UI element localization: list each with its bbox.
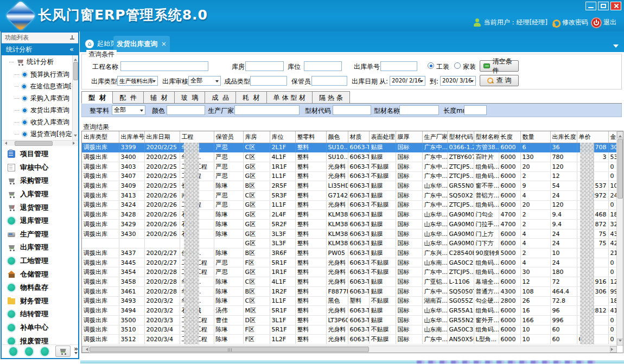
sidebar-menu-item[interactable]: 补单中心 <box>2 321 78 335</box>
tree-item[interactable]: 退货查询[待定] <box>2 128 78 140</box>
tree-root-node[interactable]: 统计分析 <box>2 55 78 68</box>
material-tab[interactable]: 辅 材 <box>144 91 175 104</box>
scroll-left-icon[interactable] <box>3 142 7 145</box>
table-row[interactable]: 调拨出库34002020/2/25华 原...严思C区4L1F整料SU10...… <box>82 152 617 162</box>
scroll-up-icon[interactable] <box>74 57 77 61</box>
sidebar-menu-item[interactable]: 物料盘存 <box>2 281 78 295</box>
tree-item[interactable]: 发货出库查询 <box>2 104 78 116</box>
column-header[interactable]: 保管员 <box>214 131 243 143</box>
search-button[interactable]: 查 询 <box>480 75 519 86</box>
tree-item[interactable]: 采购入库查询 <box>2 92 78 104</box>
table-row[interactable]: 调拨出库34302020/2/26石 城陈琳G区3L3F整料KLM3817606… <box>82 229 617 239</box>
column-header[interactable]: 颜色 <box>326 131 348 143</box>
column-header[interactable]: 型材代码 <box>447 131 474 143</box>
table-row[interactable]: 调拨出库35002020/3/3工 共工程曹佳D区3L1F整料LT3P60606… <box>82 315 617 325</box>
profile-code-input[interactable] <box>333 105 371 115</box>
table-row[interactable]: 调拨出库35102020/3/4工 共工程陈琳F区5R1F整料光身料6063-T… <box>82 325 617 335</box>
length-input[interactable] <box>464 105 487 115</box>
tab-shipment-query[interactable]: 发货出库查询 × <box>113 36 170 52</box>
sidebar-menu-item[interactable]: 财务管理 <box>2 295 78 308</box>
maximize-icon[interactable] <box>598 2 609 10</box>
table-row[interactable]: 调拨出库34452020/2/27工 共工程严思F区5R1F整料光身料6063-… <box>82 258 617 267</box>
radio-jiazhuang[interactable] <box>454 62 461 69</box>
sidebar-menu-item[interactable]: 采购管理 <box>2 174 78 188</box>
material-tab[interactable]: 配 件 <box>113 91 144 104</box>
sidebar-menu-item[interactable]: 工地管理 <box>2 254 78 268</box>
tab-close-icon[interactable]: × <box>161 40 167 48</box>
scrollbar-thumb[interactable] <box>73 62 78 80</box>
table-row[interactable]: 调拨出库35122020/3/4工 共工程陈琳F区1L2F整料光身料6063-T… <box>82 335 617 344</box>
table-row[interactable]: 调拨出库34072020/2/25工 工程严思G区1L1F整料光身料6063-T… <box>82 171 617 181</box>
table-row[interactable]: 调拨出库34932020/3/2华 原...陈琳C区1L1F整料黑色塑料不贴膜国… <box>82 296 617 306</box>
radio-jiazhuang-label[interactable]: 家装 <box>463 62 476 72</box>
scroll-left-icon[interactable] <box>82 346 89 353</box>
column-header[interactable]: 金 <box>608 131 617 143</box>
profile-name-input[interactable] <box>399 105 439 115</box>
outbound-type-select[interactable]: 生产领料出库 <box>117 76 158 86</box>
project-name-input[interactable] <box>120 61 208 71</box>
scrollbar-thumb[interactable] <box>15 141 53 146</box>
sidebar-menu-item[interactable]: 生产管理 <box>2 228 78 241</box>
tab-home[interactable]: ⌂ 起始页 <box>85 39 117 48</box>
sidebar-menu-item[interactable]: 审核中心 <box>2 161 78 175</box>
column-header[interactable]: 表面处理 <box>369 131 396 143</box>
column-header[interactable]: 材质 <box>348 131 369 143</box>
color-input[interactable] <box>167 105 205 115</box>
tree-item[interactable]: 在途信息查询[待 <box>2 80 78 92</box>
tree-item[interactable]: 收货入库查询 <box>2 116 78 128</box>
column-header[interactable]: 出库类型 <box>82 131 119 143</box>
module-cart-button[interactable] <box>55 346 71 357</box>
minimize-icon[interactable] <box>585 2 596 10</box>
column-header[interactable]: 数量 <box>520 131 550 143</box>
sidebar-menu-item[interactable]: 项目管理 <box>2 148 78 161</box>
grid-vertical-scrollbar[interactable] <box>616 131 623 346</box>
column-header[interactable]: 出库长度 <box>550 131 577 143</box>
collapse-icon[interactable]: « <box>69 43 74 55</box>
column-header[interactable]: 库房 <box>243 131 270 143</box>
scroll-right-icon[interactable] <box>610 346 617 353</box>
table-row[interactable]: 调拨出库34132020/2/26南 ...严思C区5R3F整料G7142260… <box>82 190 617 200</box>
date-to-select[interactable]: 2020/ 3/16 <box>440 76 476 86</box>
warehouse-input[interactable] <box>245 61 284 71</box>
batch-select[interactable]: 全部 <box>112 105 145 115</box>
table-row[interactable]: 调拨出库34372020/2/27佛 料...陈琳B区3R6F整料PW05606… <box>82 248 617 258</box>
more-modules-button[interactable]: » <box>74 347 78 356</box>
radio-gongzhuang[interactable] <box>428 62 434 69</box>
module-dot-icon[interactable] <box>41 347 49 356</box>
audit-select[interactable]: 全部 <box>188 76 221 86</box>
scroll-right-icon[interactable] <box>73 142 77 145</box>
table-row[interactable]: 调拨出库34582020/2/28华 原...陈琳C区4L1F整料光身料6063… <box>82 277 617 287</box>
tree-vertical-scrollbar[interactable] <box>72 55 78 140</box>
column-header[interactable]: 库位 <box>270 131 295 143</box>
logout-button[interactable]: 退出 <box>592 18 616 27</box>
sidebar-section-header[interactable]: 统计分析 « <box>2 43 78 55</box>
table-row[interactable]: 调拨出库34282020/2/26石 城陈琳G区2L4F整料KLM3817606… <box>82 210 617 220</box>
location-input[interactable] <box>304 61 342 71</box>
date-from-select[interactable]: 2020/ 2/16 <box>390 76 425 86</box>
tree-horizontal-scrollbar[interactable] <box>2 140 78 146</box>
column-header[interactable]: 长度 <box>499 131 520 143</box>
material-tab[interactable]: 隔 热 条 <box>313 91 350 104</box>
table-row[interactable]: 调拨出库34542020/2/28工 共工程严思G区1R1F整料光身料6063-… <box>82 267 617 277</box>
grid-horizontal-scrollbar[interactable] <box>82 346 617 353</box>
scroll-down-icon[interactable] <box>617 339 623 346</box>
order-no-input[interactable] <box>380 61 417 71</box>
column-header[interactable]: 型材名称 <box>474 131 499 143</box>
material-tab[interactable]: 单 体 型 材 <box>267 91 313 104</box>
table-row[interactable]: 调拨出库34032020/2/25工 共工程严思G区1R1F整料光身料6063-… <box>82 162 617 171</box>
tree-item[interactable]: 预算执行查询 <box>2 68 78 80</box>
table-row[interactable]: 调拨出库34942020/3/2石 辉城汤伟M区5R1F整料光身料6063-T5… <box>82 306 617 316</box>
table-row[interactable]: 调拨出库33992020/2/25华 原...严思C区2L1F整料SU10...… <box>82 143 617 152</box>
pin-icon[interactable] <box>70 35 74 41</box>
factory-input[interactable] <box>234 105 300 115</box>
table-row[interactable]: 调拨出库34242020/2/26工 工程严思G区1L1F整料光身料6063-T… <box>82 200 617 210</box>
column-header[interactable]: 生产厂家 <box>422 131 447 143</box>
sidebar-menu-item[interactable]: 仓储管理 <box>2 267 78 281</box>
module-dot-icon[interactable] <box>25 347 33 356</box>
column-header[interactable]: 整零料 <box>295 131 326 143</box>
table-row[interactable]: G区3L3F整料KLM38176063-T5贴膜国标山东华...GA90M09.… <box>82 239 617 248</box>
sidebar-menu-item[interactable]: 结转管理 <box>2 308 78 321</box>
sidebar-menu-item[interactable]: 退库管理 <box>2 214 78 228</box>
scroll-up-icon[interactable] <box>617 131 623 138</box>
material-tab[interactable]: 玻 璃 <box>175 91 206 104</box>
